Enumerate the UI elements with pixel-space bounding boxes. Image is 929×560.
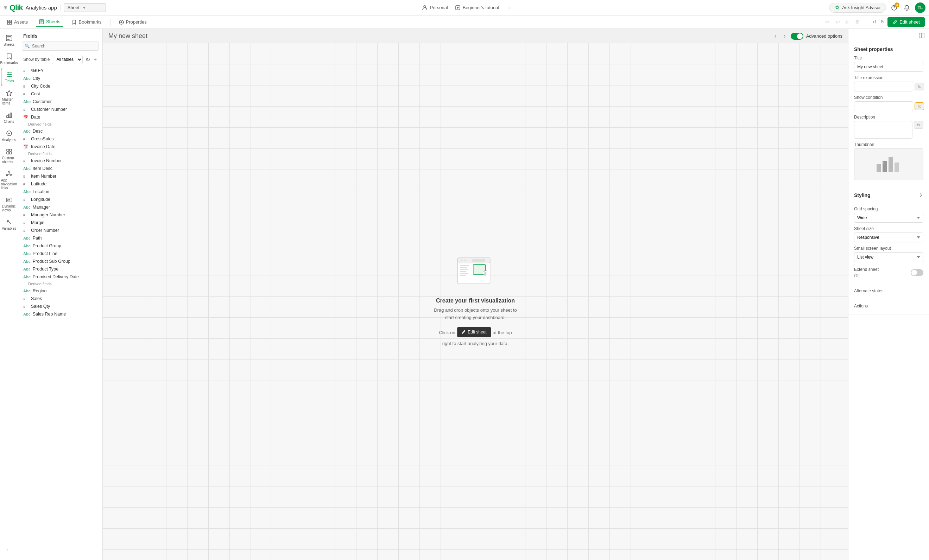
edit-sheet-button[interactable]: Edit sheet [888,17,925,27]
edit-inline-icon [461,330,466,334]
assets-tab[interactable]: Assets [4,17,31,27]
edit-sheet-inline[interactable]: Edit sheet [457,327,491,337]
field-item[interactable]: AbcItem Desc [18,165,103,172]
svg-rect-24 [10,113,12,118]
field-group-item[interactable]: Derived fields [18,121,103,127]
sheet-selector[interactable]: Sheet ▾ [64,3,106,12]
field-item[interactable]: 📅Date [18,113,103,121]
field-group-item[interactable]: Derived fields [18,281,103,287]
field-item[interactable]: AbcProduct Sub Group [18,257,103,265]
sidebar-item-sheets[interactable]: Sheets [1,32,18,49]
field-item[interactable]: AbcCity [18,75,103,82]
thumbnail-preview[interactable] [854,148,923,180]
field-item[interactable]: AbcProduct Type [18,265,103,273]
svg-point-31 [6,174,8,176]
add-field-button[interactable]: + [93,55,98,63]
sidebar-item-app-navigation[interactable]: App navigation links [1,167,18,193]
field-item[interactable]: #Manager Number [18,211,103,219]
delete-button[interactable]: 🗑 [852,18,863,27]
field-item[interactable]: 📅Invoice Date [18,143,103,151]
field-item[interactable]: #Invoice Number [18,157,103,165]
redo-history-button[interactable]: ↻ [879,18,886,26]
field-item[interactable]: AbcLocation [18,188,103,196]
sidebar-item-dynamic-views[interactable]: Dynamic views [1,193,18,215]
properties-icon [119,20,124,24]
grid-spacing-select[interactable]: Wide [854,213,923,223]
title-expression-fx-button[interactable]: fx [915,83,924,90]
field-name: Item Desc [33,166,52,171]
refresh-button[interactable]: ↻ [85,55,91,64]
field-item[interactable]: #City Code [18,82,103,90]
tutorial-item[interactable]: Beginner's tutorial [455,3,499,12]
field-item[interactable]: AbcManager [18,203,103,211]
field-item[interactable]: #Sales [18,295,103,303]
field-name: Product Group [33,243,61,248]
field-item[interactable]: #Sales Qty [18,303,103,310]
fields-search-input[interactable] [22,41,99,50]
help-button[interactable]: ? 3 [889,3,899,12]
canvas-prev-button[interactable]: ‹ [773,32,779,40]
field-item[interactable]: AbcPath [18,234,103,242]
sidebar-item-charts[interactable]: Charts [1,109,18,126]
sidebar-item-variables[interactable]: Variables [1,216,18,233]
small-screen-layout-select[interactable]: List view [854,252,923,262]
copy-button[interactable]: ⎘ [843,18,851,27]
bookmarks-sidebar-label: Bookmarks [0,61,18,65]
undo-button[interactable]: ↩ [833,17,842,27]
field-item[interactable]: AbcSales Rep Name [18,310,103,318]
field-name: Manager Number [31,213,65,217]
field-item[interactable]: AbcProduct Line [18,250,103,257]
sheets-tab[interactable]: Sheets [36,17,63,27]
field-item[interactable]: AbcCustomer [18,98,103,106]
field-item[interactable]: #Longitude [18,196,103,203]
sidebar-item-custom-objects[interactable]: Custom objects [1,145,18,167]
notifications-button[interactable] [902,3,911,12]
field-item[interactable]: AbcRegion [18,287,103,295]
insight-advisor[interactable]: Ask Insight Advisor [829,3,886,13]
sidebar-back-button[interactable]: ← [1,544,18,556]
sidebar-item-master-items[interactable]: Master items [1,87,18,108]
table-select[interactable]: All tables [52,55,82,64]
extend-sheet-toggle[interactable] [911,269,923,276]
cut-button[interactable]: ✂ [823,17,832,27]
svg-rect-44 [460,275,466,276]
title-row: Title [854,55,923,72]
main-layout: Sheets Bookmarks Fields Master items Cha… [0,29,929,560]
field-item[interactable]: #Customer Number [18,106,103,113]
bookmarks-tab[interactable]: Bookmarks [69,17,104,27]
styling-section-header[interactable]: Styling [848,188,929,202]
undo-history-button[interactable]: ↺ [871,18,878,26]
field-item[interactable]: #Margin [18,219,103,226]
avatar[interactable]: TL [915,3,926,13]
field-item[interactable]: #GrossSales [18,135,103,143]
personal-item[interactable]: Personal [422,3,448,12]
description-input[interactable] [854,121,912,139]
field-item[interactable]: #Cost [18,90,103,98]
properties-tab[interactable]: Properties [116,17,150,27]
canvas-next-button[interactable]: › [782,32,788,40]
grid-icon[interactable]: ⊞ [3,5,8,10]
show-condition-fx-button[interactable]: fx [915,103,924,110]
sidebar-item-analyses[interactable]: Analyses [1,127,18,145]
field-item[interactable]: #Order Number [18,226,103,234]
personal-label: Personal [430,5,448,10]
small-screen-layout-label: Small screen layout [854,246,923,251]
sidebar-item-bookmarks[interactable]: Bookmarks [1,50,18,67]
show-condition-input[interactable] [854,101,913,111]
title-input[interactable] [854,62,923,72]
field-item[interactable]: #%KEY [18,67,103,75]
title-expression-input[interactable] [854,82,913,92]
field-item[interactable]: AbcProduct Group [18,242,103,250]
svg-rect-5 [10,20,12,22]
field-item[interactable]: AbcPromised Delivery Date [18,273,103,281]
more-button[interactable]: ··· [506,3,513,12]
field-item[interactable]: #Latitude [18,180,103,188]
tutorial-label: Beginner's tutorial [463,5,499,10]
field-item[interactable]: #Item Number [18,172,103,180]
field-item[interactable]: AbcDesc [18,127,103,135]
description-fx-button[interactable]: fx [914,121,923,129]
advanced-toggle-switch[interactable] [791,33,803,40]
field-group-item[interactable]: Derived fields [18,151,103,157]
sidebar-item-fields[interactable]: Fields [1,68,18,86]
sheet-size-select[interactable]: Responsive [854,233,923,242]
